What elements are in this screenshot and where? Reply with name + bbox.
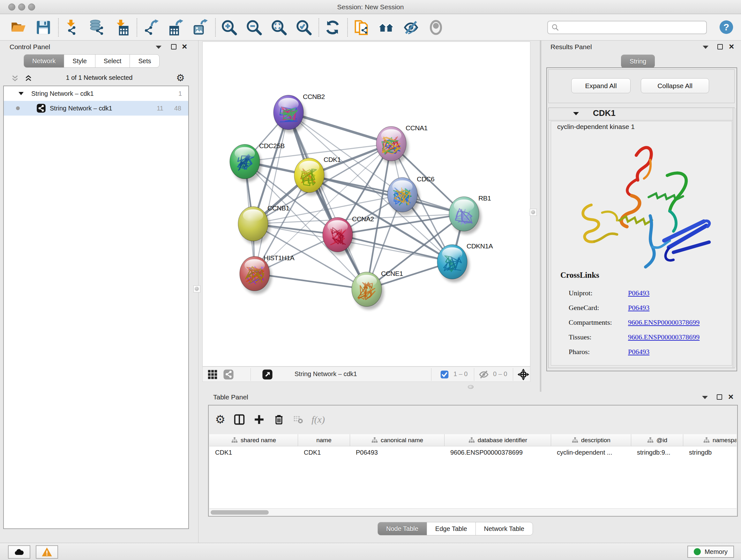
column-header-shared-name[interactable]: shared name [209,434,298,446]
zoom-out-icon[interactable] [245,18,263,37]
crosslink-link[interactable]: P06493 [628,304,650,312]
tab-edge-table[interactable]: Edge Table [427,522,476,536]
column-header-name[interactable]: name [298,434,350,446]
open-session-icon[interactable] [10,18,27,37]
left-splitter-handle[interactable] [193,286,200,293]
crosslink-link[interactable]: 9606.ENSP00000378699 [628,333,699,341]
hide-selected-icon[interactable] [402,18,420,37]
network-row[interactable]: String Network – cdk1 11 48 [4,101,188,116]
expand-all-button[interactable]: Expand All [571,78,630,93]
scrollbar-thumb[interactable] [211,510,269,515]
control-panel-maximize-icon[interactable] [171,44,177,50]
table-row[interactable]: CDK1CDK1P064939606.ENSP00000378699cyclin… [209,446,737,458]
tab-sets[interactable]: Sets [130,54,159,68]
toolbar-separator [215,18,216,37]
horizontal-splitter[interactable] [202,382,530,392]
column-header-database-identifier[interactable]: database identifier [445,434,551,446]
memory-button[interactable]: Memory [687,546,734,558]
results-panel-close-icon[interactable]: × [729,42,734,51]
results-panel-float-icon[interactable] [703,46,709,49]
import-network-file-icon[interactable] [63,18,81,37]
control-panel-title: Control Panel [10,43,50,51]
right-splitter-handle[interactable] [530,209,537,216]
selected-count-checkbox-icon[interactable] [440,370,449,379]
crosslink-link[interactable]: P06493 [628,348,650,356]
network-overview-icon[interactable] [223,369,234,380]
network-status-dot [16,106,20,110]
column-header-canonical-name[interactable]: canonical name [350,434,445,446]
table-type-tabs: Node TableEdge TableNetwork Table [378,522,533,536]
show-columns-icon[interactable] [233,414,245,425]
window-title: Session: New Session [0,0,741,14]
control-panel-close-icon[interactable]: × [182,42,187,51]
table-cell: stringdb [683,446,737,458]
crosslink-label: Compartments: [569,318,612,327]
save-session-icon[interactable] [35,18,52,37]
table-body: CDK1CDK1P064939606.ENSP00000378699cyclin… [209,446,737,458]
node-table[interactable]: shared namenamecanonical namedatabase id… [209,434,737,508]
tab-node-table[interactable]: Node Table [378,522,427,536]
zoom-selected-icon[interactable] [295,18,313,37]
tree-expander-icon[interactable] [18,92,23,95]
import-network-database-icon[interactable] [88,18,106,37]
search-box[interactable] [547,21,707,34]
cloud-status-button[interactable] [8,545,30,559]
show-all-networks-icon[interactable] [377,18,395,37]
crosslink-link[interactable]: P06493 [628,289,650,297]
toolbar-icon-group [10,18,452,37]
network-collection-row[interactable]: String Network – cdk1 1 [4,86,188,101]
table-panel-close-icon[interactable]: × [728,392,733,401]
zoom-in-icon[interactable] [220,18,238,37]
collection-count: 1 [179,90,182,98]
tab-style[interactable]: Style [64,54,95,68]
help-button[interactable]: ? [719,19,734,35]
function-builder-icon[interactable]: f(x) [312,414,325,425]
vertical-splitter[interactable] [540,41,542,392]
protein-section-expander-icon[interactable] [573,112,579,115]
hidden-eye-icon[interactable] [478,369,489,380]
column-header-namespace[interactable]: namespace [683,434,737,446]
delete-column-icon[interactable] [273,414,285,425]
splitter-handle[interactable] [468,385,474,389]
delete-table-icon[interactable] [293,415,303,425]
zoom-fit-icon[interactable] [270,18,288,37]
tab-network[interactable]: Network [23,54,64,68]
help-icon: ? [719,19,734,35]
warning-button[interactable] [36,545,58,559]
refresh-icon[interactable] [324,18,341,37]
svg-text:CCNB1: CCNB1 [267,204,289,212]
crosslink-link[interactable]: 9606.ENSP00000378699 [628,318,699,327]
clone-network-icon[interactable] [352,18,370,37]
control-panel-float-icon[interactable] [156,46,161,49]
table-horizontal-scrollbar[interactable] [209,508,737,516]
table-panel-float-icon[interactable] [702,396,708,399]
add-column-icon[interactable] [253,414,265,425]
import-table-icon[interactable] [113,18,131,37]
export-image-icon[interactable] [192,18,209,37]
fit-selected-crosshair-icon[interactable] [517,368,529,381]
export-network-icon[interactable] [142,18,159,37]
tab-select[interactable]: Select [95,54,130,68]
column-header-description[interactable]: description [551,434,631,446]
tab-network-table[interactable]: Network Table [475,522,533,536]
network-options-gear-icon[interactable]: ⚙ [176,73,185,83]
show-network-grid-icon[interactable] [207,369,218,380]
svg-text:CDK1: CDK1 [324,156,341,163]
tab-string[interactable]: String [621,55,655,68]
string-network-graph[interactable]: CCNB2CCNA1CDC25BCDK1CDC6RB1CCNB1CCNA2CDK… [203,42,530,366]
table-cell: cyclin-dependent ... [551,446,631,458]
results-scrollbar[interactable] [733,108,737,368]
network-canvas[interactable]: CCNB2CCNA1CDC25BCDK1CDC6RB1CCNB1CCNA2CDK… [202,42,530,367]
hidden-nodes-edges-count: 0 – 0 [493,370,507,378]
detach-view-icon[interactable] [262,369,273,380]
show-eye-icon[interactable] [427,18,445,37]
export-table-icon[interactable] [166,18,185,37]
network-nodes: CCNB2CCNA1CDC25BCDK1CDC6RB1CCNB1CCNA2CDK… [230,93,493,310]
table-settings-gear-icon[interactable]: ⚙ [215,415,225,424]
table-panel-maximize-icon[interactable] [717,394,722,400]
results-panel-maximize-icon[interactable] [718,44,723,50]
search-icon [551,23,559,32]
search-input[interactable] [559,23,693,31]
collapse-all-button[interactable]: Collapse All [641,78,709,93]
column-header-@id[interactable]: @id [631,434,683,446]
